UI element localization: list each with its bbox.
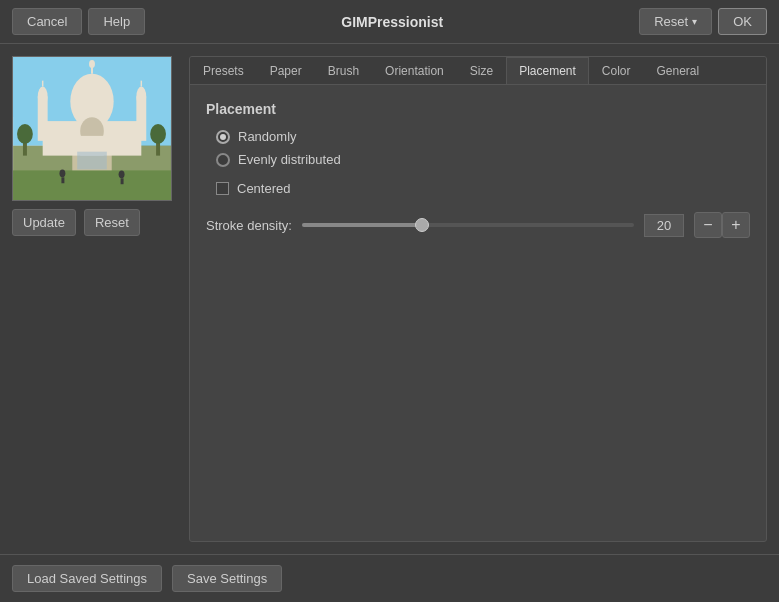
radio-evenly-label: Evenly distributed [238,152,341,167]
checkbox-centered-indicator [216,182,229,195]
tab-color[interactable]: Color [589,57,644,84]
radio-randomly-label: Randomly [238,129,297,144]
placement-title: Placement [206,101,750,117]
tab-orientation[interactable]: Orientation [372,57,457,84]
stroke-density-value[interactable] [644,214,684,237]
radio-evenly[interactable]: Evenly distributed [216,152,750,167]
tab-size[interactable]: Size [457,57,506,84]
slider-fill [302,223,422,227]
left-panel: Update Reset [12,56,177,542]
right-panel: Presets Paper Brush Orientation Size Pla… [189,56,767,542]
top-bar-left: Cancel Help [12,8,145,35]
tab-presets[interactable]: Presets [190,57,257,84]
svg-point-8 [38,87,48,107]
svg-point-11 [136,87,146,107]
update-button[interactable]: Update [12,209,76,236]
stroke-density-label: Stroke density: [206,218,292,233]
ok-button[interactable]: OK [718,8,767,35]
radio-evenly-indicator [216,153,230,167]
slider-track [302,223,634,227]
top-bar-right: Reset ▾ OK [639,8,767,35]
svg-rect-24 [121,178,124,184]
bottom-bar: Load Saved Settings Save Settings [0,554,779,602]
svg-rect-19 [77,152,107,170]
stroke-density-slider[interactable] [302,215,634,235]
checkbox-centered[interactable]: Centered [206,181,750,196]
increase-button[interactable]: + [722,212,750,238]
cancel-button[interactable]: Cancel [12,8,82,35]
svg-point-6 [89,60,95,68]
app-title: GIMPressionist [341,14,443,30]
svg-point-23 [119,170,125,178]
image-buttons: Update Reset [12,209,140,236]
reset-button[interactable]: Reset ▾ [639,8,712,35]
placement-radio-group: Randomly Evenly distributed [206,129,750,167]
decrease-button[interactable]: − [694,212,722,238]
stepper-buttons: − + [694,212,750,238]
slider-thumb[interactable] [415,218,429,232]
radio-randomly-indicator [216,130,230,144]
svg-point-18 [150,124,166,144]
svg-rect-22 [61,177,64,183]
chevron-down-icon: ▾ [692,16,697,27]
tab-brush[interactable]: Brush [315,57,372,84]
svg-point-16 [17,124,33,144]
radio-randomly[interactable]: Randomly [216,129,750,144]
reset-image-button[interactable]: Reset [84,209,140,236]
reset-label: Reset [654,14,688,29]
help-button[interactable]: Help [88,8,145,35]
tab-general[interactable]: General [644,57,713,84]
main-content: Update Reset Presets Paper Brush Orienta… [0,44,779,554]
checkbox-centered-label: Centered [237,181,290,196]
svg-rect-20 [13,170,171,200]
tabs: Presets Paper Brush Orientation Size Pla… [190,57,766,85]
stroke-density-row: Stroke density: − + [206,212,750,238]
tab-placement[interactable]: Placement [506,57,589,84]
load-saved-settings-button[interactable]: Load Saved Settings [12,565,162,592]
preview-image [12,56,172,201]
top-bar: Cancel Help GIMPressionist Reset ▾ OK [0,0,779,44]
placement-content: Placement Randomly Evenly distributed Ce… [190,85,766,541]
svg-point-21 [59,169,65,177]
save-settings-button[interactable]: Save Settings [172,565,282,592]
tab-paper[interactable]: Paper [257,57,315,84]
